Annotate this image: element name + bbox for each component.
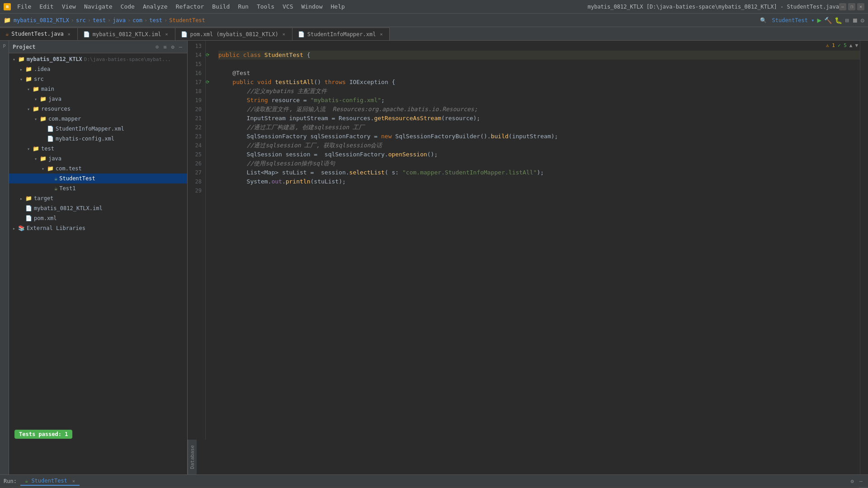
tree-target[interactable]: ▸ 📁 target — [9, 193, 187, 203]
menu-vcs[interactable]: VCS — [279, 2, 297, 11]
breadcrumb-project[interactable]: mybatis_0812_KTLX — [14, 17, 69, 23]
tree-java-test[interactable]: ▾ 📁 java — [9, 154, 187, 164]
tests-passed-badge-container: Tests passed: 1 — [14, 430, 72, 441]
run-tab-student-test[interactable]: ☕ StudentTest ✕ — [20, 477, 80, 486]
project-minimize-btn[interactable]: — — [178, 43, 184, 51]
menu-help[interactable]: Help — [327, 2, 349, 11]
breadcrumb: mybatis_0812_KTLX › src › test › java › … — [14, 17, 205, 23]
app-icon: m — [4, 3, 11, 10]
iml-file-icon: 📄 — [83, 31, 90, 38]
tree-student-test[interactable]: ☕ StudentTest — [9, 174, 187, 183]
tree-test[interactable]: ▾ 📁 test — [9, 144, 187, 154]
editor-gutter-area: 13 14 15 16 17 18 19 20 21 22 23 24 25 2… — [188, 41, 868, 440]
coverage-button[interactable]: ⊞ — [845, 17, 849, 24]
code-editor[interactable]: public class StudentTest { @Test public … — [215, 41, 868, 440]
menu-edit[interactable]: Edit — [36, 2, 57, 11]
external-libs-icon: 📚 — [18, 225, 25, 231]
tree-src[interactable]: ▾ 📁 src — [9, 74, 187, 84]
database-panel-label[interactable]: Database — [189, 441, 196, 473]
tab-student-test[interactable]: ☕ StudentTest.java ✕ — [0, 28, 78, 40]
menu-window[interactable]: Window — [298, 2, 326, 11]
tab-close-mybatis-iml[interactable]: ✕ — [164, 31, 170, 37]
tab-mybatis-iml[interactable]: 📄 mybatis_0812_KTLX.iml ✕ — [78, 28, 175, 40]
tree-resources[interactable]: ▾ 📁 resources — [9, 104, 187, 114]
minimize-button[interactable]: — — [839, 3, 846, 10]
maximize-button[interactable]: ❐ — [848, 3, 855, 10]
breadcrumb-test[interactable]: test — [93, 17, 106, 23]
tree-idea[interactable]: ▸ 📁 .idea — [9, 64, 187, 74]
tab-bar: ☕ StudentTest.java ✕ 📄 mybatis_0812_KTLX… — [0, 27, 868, 41]
menu-file[interactable]: File — [14, 2, 35, 11]
java-file-icon: ☕ — [5, 31, 9, 37]
tree-main[interactable]: ▾ 📁 main — [9, 84, 187, 94]
menu-run[interactable]: Run — [234, 2, 252, 11]
project-title: Project — [13, 44, 36, 50]
run-tab-close[interactable]: ✕ — [72, 479, 75, 483]
java-main-folder-icon: 📁 — [40, 96, 47, 102]
tab-close-student-test[interactable]: ✕ — [66, 31, 72, 37]
run-config-dropdown[interactable]: StudentTest ▾ — [772, 17, 815, 23]
nav-up-btn[interactable]: ▲ — [849, 42, 853, 48]
editor-scroll-indicator — [860, 41, 868, 440]
tab-close-mapper[interactable]: ✕ — [378, 31, 384, 37]
tab-close-pom[interactable]: ✕ — [281, 31, 287, 37]
tree-root[interactable]: ▾ 📁 mybatis_0812_KTLX D:\java-baties-spa… — [9, 54, 187, 64]
collapse-all-btn[interactable]: ≡ — [162, 43, 168, 51]
menu-code[interactable]: Code — [117, 2, 138, 11]
editor-container: ⚠ 1 ✓ 5 ▲ ▼ 13 14 15 16 17 18 19 20 21 2… — [188, 41, 868, 474]
toolbar-actions: 🔍 StudentTest ▾ ▶ 🔨 🐛 ⊞ ⏹ ⚙ — [757, 16, 864, 24]
code-line-18: //定义mybatins 主配置文件 — [218, 87, 864, 96]
run-tab-icon: ☕ — [25, 478, 28, 484]
target-folder-icon: 📁 — [25, 195, 32, 202]
search-everywhere-btn[interactable]: 🔍 — [757, 16, 769, 24]
code-line-19: String resource = "mybatis-config.xml"; — [218, 96, 864, 105]
settings-gear[interactable]: ⚙ — [861, 17, 864, 24]
project-panel-toggle[interactable]: P — [1, 42, 8, 50]
code-line-21: InputStream inputStream = Resources.getR… — [218, 114, 864, 123]
build-button[interactable]: 🔨 — [824, 17, 832, 24]
code-line-26: //使用sqlsession操作sql语句 — [218, 159, 864, 168]
tree-pom[interactable]: 📄 pom.xml — [9, 213, 187, 223]
project-panel: Project ⊙ ≡ ⚙ — ▾ 📁 mybatis_0812_KTLX D:… — [9, 41, 188, 474]
tree-java-main[interactable]: ▾ 📁 java — [9, 94, 187, 104]
close-button[interactable]: ✕ — [857, 3, 864, 10]
debug-button[interactable]: 🐛 — [835, 17, 842, 24]
left-panel-icons: P — [0, 41, 9, 474]
breadcrumb-java[interactable]: java — [113, 17, 126, 23]
menu-analyze[interactable]: Analyze — [139, 2, 171, 11]
project-icon[interactable]: 📁 — [4, 17, 11, 23]
menu-refactor[interactable]: Refactor — [172, 2, 208, 11]
tree-com-test[interactable]: ▾ 📁 com.test — [9, 164, 187, 174]
tree-mybatis-config[interactable]: 📄 mybatis-config.xml — [9, 134, 187, 144]
menu-navigate[interactable]: Navigate — [80, 2, 116, 11]
menu-tools[interactable]: Tools — [253, 2, 278, 11]
breadcrumb-class[interactable]: StudentTest — [169, 17, 205, 23]
menu-view[interactable]: View — [58, 2, 80, 11]
menu-build[interactable]: Build — [208, 2, 233, 11]
breadcrumb-test2[interactable]: test — [149, 17, 162, 23]
run-button[interactable]: ▶ — [817, 16, 821, 24]
menu-bar: File Edit View Navigate Code Analyze Ref… — [14, 2, 588, 11]
mapper-file-icon: 📄 — [298, 31, 305, 38]
breadcrumb-com[interactable]: com — [132, 17, 142, 23]
ok-indicator: ✓ 5 — [838, 42, 847, 48]
pom-file-icon: 📄 — [181, 31, 188, 38]
tree-student-info-mapper[interactable]: 📄 StudentInfoMapper.xml — [9, 124, 187, 134]
tree-test1[interactable]: ☕ Test1 — [9, 183, 187, 193]
breadcrumb-src[interactable]: src — [76, 17, 86, 23]
line-numbers: 13 14 15 16 17 18 19 20 21 22 23 24 25 2… — [188, 41, 206, 440]
run-collapse-btn[interactable]: — — [858, 477, 864, 485]
tree-iml[interactable]: 📄 mybatis_0812_KTLX.iml — [9, 203, 187, 213]
code-line-27: List<Map> stuList = session.selectList( … — [218, 168, 864, 177]
locate-file-btn[interactable]: ⊙ — [154, 43, 160, 51]
nav-down-btn[interactable]: ▼ — [855, 42, 858, 48]
tab-pom-xml[interactable]: 📄 pom.xml (mybatis_0812_KTLX) ✕ — [175, 28, 292, 40]
resources-folder-icon: 📁 — [33, 106, 39, 112]
tab-student-info-mapper[interactable]: 📄 StudentInfoMapper.xml ✕ — [292, 28, 390, 40]
run-settings-btn[interactable]: ⚙ — [849, 477, 856, 485]
stop-button[interactable]: ⏹ — [852, 17, 858, 24]
warning-indicator: ⚠ 1 — [826, 42, 835, 48]
tree-external-libs[interactable]: ▸ 📚 External Libraries — [9, 223, 187, 233]
tree-com-mapper[interactable]: ▾ 📁 com.mapper — [9, 114, 187, 124]
project-settings-btn[interactable]: ⚙ — [170, 43, 176, 51]
